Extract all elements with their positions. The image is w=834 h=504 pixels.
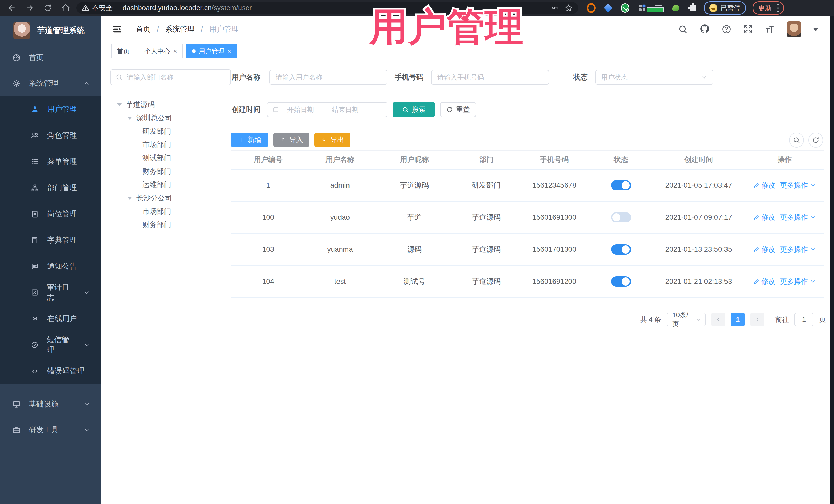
tree-node[interactable]: 市场部门 <box>110 205 223 218</box>
avatar-caret-down-icon[interactable] <box>813 28 819 31</box>
extensions-puzzle-icon[interactable] <box>688 4 697 12</box>
status-toggle[interactable] <box>611 244 631 255</box>
sidebar-item-sms[interactable]: 短信管理 <box>0 332 101 358</box>
sidebar-item-dev-tools[interactable]: 研发工具 <box>0 417 101 443</box>
header-search-icon[interactable] <box>678 24 688 34</box>
edit-link[interactable]: 修改 <box>753 181 775 190</box>
edit-link[interactable]: 修改 <box>753 213 775 222</box>
export-button[interactable]: 导出 <box>314 133 350 147</box>
extension-green-check-icon[interactable] <box>621 4 630 12</box>
add-button[interactable]: 新增 <box>231 133 268 147</box>
sidebar-item-dictionary[interactable]: 字典管理 <box>0 227 101 253</box>
page-size-select[interactable]: 10条/页 <box>667 312 706 326</box>
sidebar-item-departments[interactable]: 部门管理 <box>0 175 101 201</box>
prev-page-button[interactable] <box>711 312 725 326</box>
address-bar[interactable]: 不安全 dashboard.yudao.iocoder.cn/system/us… <box>76 2 578 14</box>
col-header-created: 创建时间 <box>652 155 745 165</box>
extension-gem-icon[interactable] <box>604 4 613 12</box>
extension-leaf-icon[interactable] <box>672 4 680 12</box>
github-icon[interactable] <box>700 24 710 35</box>
fullscreen-icon[interactable] <box>743 24 753 34</box>
sidebar-item-users[interactable]: 用户管理 <box>0 96 101 123</box>
browser-update-chip[interactable]: 更新 <box>753 1 784 15</box>
status-toggle[interactable] <box>611 180 631 191</box>
more-actions-link[interactable]: 更多操作 <box>780 277 816 286</box>
key-icon[interactable] <box>551 4 560 12</box>
status-toggle[interactable] <box>611 277 631 287</box>
tree-node[interactable]: 测试部门 <box>110 151 223 165</box>
sidebar-item-menus[interactable]: 菜单管理 <box>0 149 101 175</box>
cell-dept: 芋道源码 <box>454 213 518 222</box>
next-page-button[interactable] <box>750 312 764 326</box>
table-row: 100 yudao 芋道 芋道源码 15601691300 2021-01-07… <box>231 202 824 234</box>
edit-link[interactable]: 修改 <box>753 245 775 254</box>
status-select[interactable]: 用户状态 <box>595 70 714 85</box>
sidebar-item-roles[interactable]: 角色管理 <box>0 123 101 149</box>
mobile-input[interactable] <box>437 73 544 82</box>
bookmark-star-icon[interactable] <box>564 4 573 12</box>
not-secure-warning-icon[interactable] <box>82 4 89 12</box>
extension-on-badge-icon[interactable] <box>655 4 663 12</box>
browser-menu-icon[interactable] <box>777 4 778 12</box>
extension-orange-icon[interactable] <box>587 4 596 12</box>
date-range-field[interactable]: - <box>267 102 388 117</box>
sidebar-item-label: 研发工具 <box>29 425 59 435</box>
tree-node[interactable]: 财务部门 <box>110 218 223 232</box>
breadcrumb-section[interactable]: 系统管理 <box>165 24 195 35</box>
mobile-field[interactable] <box>431 70 549 85</box>
import-button[interactable]: 导入 <box>273 133 309 147</box>
close-icon[interactable]: × <box>173 47 177 55</box>
extension-grid-icon[interactable] <box>638 4 646 12</box>
sidebar-item-audit-log[interactable]: 审计日志 <box>0 280 101 306</box>
show-search-toggle-button[interactable] <box>789 133 804 148</box>
more-actions-link[interactable]: 更多操作 <box>780 245 816 254</box>
tree-expand-icon[interactable] <box>127 197 132 200</box>
current-page-button[interactable]: 1 <box>731 312 745 326</box>
app-logo[interactable] <box>13 22 30 39</box>
sidebar-fold-icon[interactable] <box>112 24 123 35</box>
cell-username: admin <box>305 181 375 190</box>
window-right-edge <box>830 16 834 504</box>
edit-link[interactable]: 修改 <box>753 277 775 286</box>
cell-username: yudao <box>305 213 375 221</box>
app-logo-block[interactable]: 芋道管理系统 <box>0 16 101 45</box>
tab-home[interactable]: 首页 <box>111 44 135 58</box>
tree-node[interactable]: 财务部门 <box>110 165 223 178</box>
sidebar-item-error-codes[interactable]: 错误码管理 <box>0 358 101 384</box>
cell-user-id: 104 <box>231 278 305 286</box>
font-size-icon[interactable] <box>765 24 775 35</box>
reset-button[interactable]: 重置 <box>440 102 476 117</box>
browser-profile-chip[interactable]: 已暂停 <box>704 1 746 15</box>
sidebar-item-online-users[interactable]: 在线用户 <box>0 306 101 332</box>
tree-node[interactable]: 运维部门 <box>110 178 223 192</box>
browser-back-icon[interactable] <box>7 3 17 13</box>
more-actions-link[interactable]: 更多操作 <box>780 213 816 222</box>
user-avatar[interactable] <box>787 21 801 37</box>
more-actions-label: 更多操作 <box>780 213 808 222</box>
tab-user-management[interactable]: 用户管理 × <box>186 44 237 58</box>
browser-refresh-icon[interactable] <box>43 3 52 13</box>
username-field[interactable] <box>269 70 388 85</box>
more-actions-link[interactable]: 更多操作 <box>780 181 816 190</box>
search-button[interactable]: 搜索 <box>393 102 435 117</box>
sidebar-item-announcements[interactable]: 通知公告 <box>0 253 101 280</box>
goto-page-input[interactable] <box>794 312 813 326</box>
help-icon[interactable] <box>722 24 731 34</box>
pencil-icon <box>753 279 760 285</box>
sidebar-item-infrastructure[interactable]: 基础设施 <box>0 391 101 417</box>
sidebar-item-home[interactable]: 首页 <box>0 45 101 70</box>
sidebar-item-system[interactable]: 系统管理 <box>0 70 101 96</box>
close-icon[interactable]: × <box>227 47 231 55</box>
browser-home-icon[interactable] <box>61 3 70 13</box>
cell-mobile: 15601701300 <box>518 245 590 254</box>
sidebar-item-posts[interactable]: 岗位管理 <box>0 201 101 227</box>
username-input[interactable] <box>275 73 382 82</box>
browser-forward-icon[interactable] <box>25 3 35 13</box>
refresh-table-button[interactable] <box>808 133 823 148</box>
status-toggle[interactable] <box>611 212 631 222</box>
tab-profile[interactable]: 个人中心 × <box>139 44 183 58</box>
date-end-input[interactable] <box>326 106 365 114</box>
date-start-input[interactable] <box>281 106 320 114</box>
breadcrumb-home[interactable]: 首页 <box>136 24 151 35</box>
tree-node[interactable]: 长沙分公司 <box>110 192 223 205</box>
